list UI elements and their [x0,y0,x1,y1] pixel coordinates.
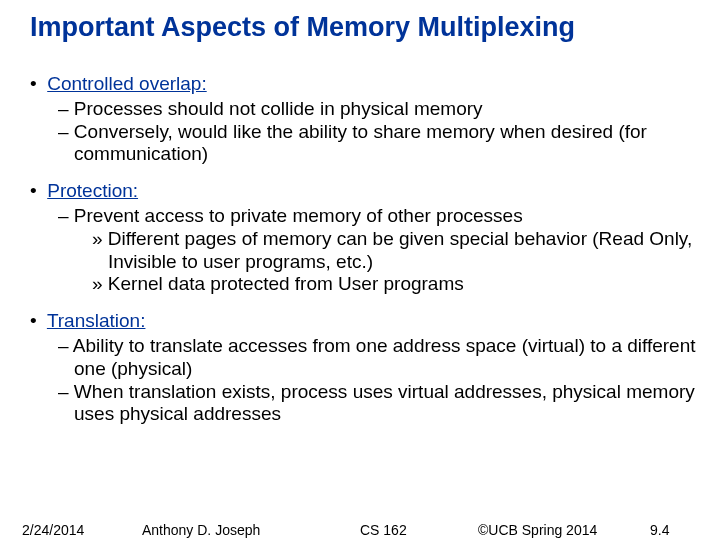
bullet-protection: • Protection: [30,180,710,203]
subbullet-line: – When translation exists, process uses … [58,381,710,427]
bullet-label: Translation: [47,310,146,331]
subbullet: – Prevent access to private memory of ot… [58,205,710,228]
footer-copyright: ©UCB Spring 2014 [478,522,597,538]
footer-page: 9.4 [650,522,669,538]
subbullet-line: – Ability to translate accesses from one… [58,335,710,381]
subbullet-text: When translation exists, process uses vi… [74,381,695,425]
bullet-translation: • Translation: [30,310,710,333]
bullet-icon: • [30,73,47,94]
subsubbullet: » Different pages of memory can be given… [92,228,710,296]
bullet-label: Protection: [47,180,138,201]
subbullet-text: Processes should not collide in physical… [74,98,483,119]
bullet-icon: • [30,180,47,201]
subbullet: – Ability to translate accesses from one… [58,335,710,426]
subsubbullet-line: » Kernel data protected from User progra… [92,273,710,296]
subsubbullet-line: » Different pages of memory can be given… [92,228,710,274]
subbullet-line: – Processes should not collide in physic… [58,98,710,121]
bullet-icon: • [30,310,47,331]
subsubbullet-text: Kernel data protected from User programs [108,273,464,294]
bullet-label: Controlled overlap: [47,73,206,94]
slide-title: Important Aspects of Memory Multiplexing [0,0,720,43]
subbullet-line: – Prevent access to private memory of ot… [58,205,710,228]
subbullet-text: Ability to translate accesses from one a… [73,335,696,379]
subbullet-text: Conversely, would like the ability to sh… [74,121,647,165]
subbullet: – Processes should not collide in physic… [58,98,710,166]
subsubbullet-text: Different pages of memory can be given s… [108,228,692,272]
slide: Important Aspects of Memory Multiplexing… [0,0,720,540]
subbullet-line: – Conversely, would like the ability to … [58,121,710,167]
subbullet-text: Prevent access to private memory of othe… [74,205,523,226]
bullet-controlled-overlap: • Controlled overlap: [30,73,710,96]
footer-date: 2/24/2014 [22,522,84,538]
footer-course: CS 162 [360,522,407,538]
footer-author: Anthony D. Joseph [142,522,260,538]
slide-body: • Controlled overlap: – Processes should… [0,43,720,426]
